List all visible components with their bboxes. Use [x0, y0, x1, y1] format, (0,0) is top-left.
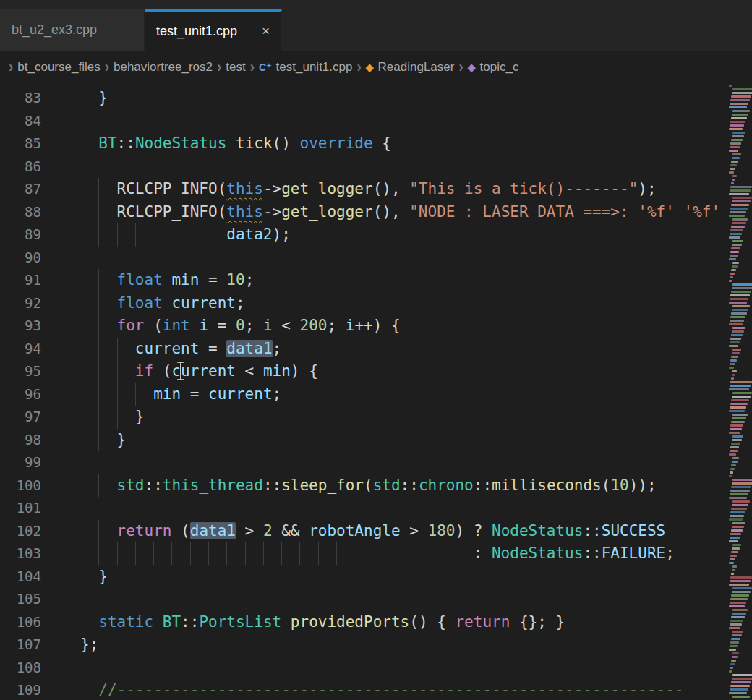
code-line[interactable]: 92 float current; — [0, 292, 752, 315]
line-number[interactable]: 105 — [0, 588, 41, 611]
minimap-line — [732, 656, 738, 658]
code-line[interactable]: 101 — [0, 497, 752, 520]
breadcrumb-label: test — [226, 60, 245, 74]
minimap-line — [732, 114, 748, 116]
line-number[interactable]: 99 — [0, 451, 41, 474]
indent-guide — [98, 315, 99, 338]
code-line[interactable]: 90 — [0, 247, 752, 270]
code-line[interactable]: 102 return (data1 > 2 && robotAngle > 18… — [0, 520, 752, 543]
breadcrumb-item-test_unit1.cpp[interactable]: C⁺test_unit1.cpp — [259, 60, 352, 74]
code-line[interactable]: 96 min = current; — [0, 383, 752, 406]
editor-tab-bt_u2_ex3.cpp[interactable]: bt_u2_ex3.cpp — [0, 9, 145, 51]
code-line[interactable]: 106 static BT::PortsList providedPorts()… — [0, 611, 752, 634]
line-number[interactable]: 109 — [0, 679, 41, 700]
code-line[interactable]: 97 } — [0, 406, 752, 429]
minimap-line — [732, 349, 741, 351]
minimap-line — [730, 468, 735, 470]
line-number[interactable]: 97 — [0, 406, 41, 429]
code-line[interactable]: 95 if (current < min) { — [0, 360, 752, 383]
minimap-line — [730, 124, 744, 127]
code-line[interactable]: 85 BT::NodeStatus tick() override { — [0, 132, 752, 155]
code-line[interactable]: 88 RCLCPP_INFO(this->get_logger(), "NODE… — [0, 201, 752, 224]
minimap-line — [730, 186, 752, 188]
breadcrumb-item-topic_c[interactable]: ◈topic_c — [468, 60, 519, 74]
line-number[interactable]: 103 — [0, 542, 41, 565]
line-number[interactable]: 95 — [0, 360, 41, 383]
line-number[interactable]: 86 — [0, 155, 41, 179]
minimap-line — [729, 215, 745, 217]
minimap-line — [730, 620, 743, 622]
code-line[interactable]: 100 std::this_thread::sleep_for(std::chr… — [0, 474, 752, 498]
breadcrumb[interactable]: ›bt_course_files›behaviortree_ros2›test›… — [0, 51, 752, 83]
line-number[interactable]: 85 — [0, 132, 41, 155]
code-editor[interactable]: 83 }8485 BT::NodeStatus tick() override … — [0, 83, 752, 700]
close-tab-icon[interactable]: × — [252, 23, 270, 39]
line-number[interactable]: 104 — [0, 565, 41, 589]
code-line[interactable]: 98 } — [0, 429, 752, 452]
minimap-line — [730, 316, 745, 318]
code-content — [80, 110, 752, 133]
line-number[interactable]: 83 — [0, 87, 41, 110]
line-number[interactable]: 96 — [0, 383, 41, 406]
code-line[interactable]: 87 RCLCPP_INFO(this->get_logger(), "This… — [0, 178, 752, 201]
minimap-line — [732, 674, 752, 676]
code-line[interactable]: 107}; — [0, 633, 752, 657]
code-line[interactable]: 89 data2); — [0, 223, 752, 247]
minimap-line — [732, 696, 750, 698]
line-number[interactable]: 90 — [0, 247, 41, 270]
syntax-token: ; — [665, 545, 675, 562]
minimap[interactable] — [729, 83, 752, 700]
breadcrumb-item-test[interactable]: test — [226, 60, 245, 74]
code-line[interactable]: 103 : NodeStatus::FAILURE; — [0, 542, 752, 565]
line-number[interactable]: 107 — [0, 633, 41, 657]
line-number[interactable]: 108 — [0, 657, 41, 680]
line-number[interactable]: 88 — [0, 201, 41, 224]
minimap-line — [730, 255, 738, 257]
code-line[interactable]: 104 } — [0, 565, 752, 589]
editor-tab-test_unit1.cpp[interactable]: test_unit1.cpp× — [145, 9, 282, 51]
line-number[interactable]: 101 — [0, 497, 41, 520]
indent-guide — [135, 223, 136, 247]
line-number[interactable]: 84 — [0, 110, 41, 133]
line-number[interactable]: 89 — [0, 223, 41, 247]
syntax-token: < — [273, 317, 300, 334]
line-number[interactable]: 98 — [0, 429, 41, 452]
indent-guide — [98, 429, 99, 452]
code-line[interactable]: 108 — [0, 657, 752, 680]
syntax-token: sleep_for — [281, 477, 364, 494]
syntax-token: ( — [153, 362, 171, 380]
code-line[interactable]: 94 current = data1; — [0, 338, 752, 361]
line-number[interactable]: 87 — [0, 178, 41, 201]
line-number[interactable]: 100 — [0, 474, 41, 498]
syntax-token: :: — [263, 477, 281, 494]
line-number[interactable]: 91 — [0, 269, 41, 292]
code-line[interactable]: 105 — [0, 588, 752, 611]
line-number[interactable]: 93 — [0, 315, 41, 338]
code-line[interactable]: 91 float min = 10; — [0, 269, 752, 292]
breadcrumb-label: behaviortree_ros2 — [114, 60, 213, 74]
code-line[interactable]: 84 — [0, 110, 752, 133]
code-line[interactable]: 109 //----------------------------------… — [0, 679, 752, 700]
line-number[interactable]: 92 — [0, 292, 41, 315]
minimap-line — [731, 117, 747, 119]
indent-guide — [98, 178, 99, 201]
code-line[interactable]: 93 for (int i = 0; i < 200; i++) { — [0, 315, 752, 338]
word-highlight: data1 — [190, 522, 236, 539]
line-number[interactable]: 102 — [0, 520, 41, 543]
minimap-line — [732, 417, 746, 419]
breadcrumb-item-bt_course_files[interactable]: bt_course_files — [17, 60, 100, 74]
minimap-line — [729, 236, 740, 239]
code-line[interactable]: 86 — [0, 155, 752, 179]
breadcrumb-item-ReadingLaser[interactable]: ◆ReadingLaser — [366, 60, 455, 74]
code-line[interactable]: 99 — [0, 451, 752, 474]
minimap-line — [731, 226, 745, 228]
code-line[interactable]: 83 } — [0, 87, 752, 110]
code-content: RCLCPP_INFO(this->get_logger(), "This is… — [80, 178, 752, 201]
indent-guide — [336, 542, 337, 565]
line-number[interactable]: 94 — [0, 338, 41, 361]
minimap-line — [729, 670, 732, 673]
minimap-line — [732, 500, 750, 503]
line-number[interactable]: 106 — [0, 611, 41, 634]
breadcrumb-item-behaviortree_ros2[interactable]: behaviortree_ros2 — [114, 60, 213, 74]
minimap-line — [732, 504, 748, 506]
